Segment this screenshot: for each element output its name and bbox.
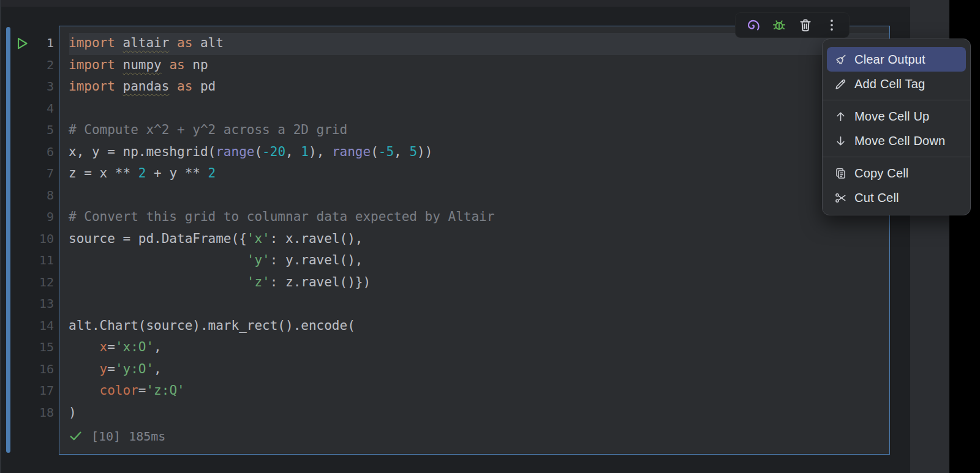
- code-line[interactable]: import numpy as np: [69, 54, 494, 76]
- code-token: # Convert this grid to columnar data exp…: [69, 209, 494, 224]
- cell-execution-status: [10] 185ms: [68, 428, 165, 444]
- line-number: 5: [0, 119, 54, 141]
- cell-toolbar: [735, 12, 850, 38]
- line-number: 6: [0, 141, 54, 163]
- code-token: 2: [138, 166, 146, 181]
- code-line[interactable]: 'y': y.ravel(),: [69, 250, 494, 272]
- code-token: (: [371, 144, 379, 159]
- code-token: 'z:Q': [146, 383, 184, 398]
- code-token: y: [100, 362, 108, 376]
- code-line[interactable]: ): [69, 402, 494, 424]
- code-token: as: [177, 79, 192, 94]
- bug-debug-icon[interactable]: [771, 17, 787, 33]
- line-number: 12: [0, 272, 54, 294]
- code-line[interactable]: z = x ** 2 + y ** 2: [69, 163, 494, 185]
- code-token: 1: [301, 144, 309, 159]
- pencil-icon: [833, 76, 848, 91]
- code-token: 'z': [247, 275, 270, 289]
- broom-icon: [833, 52, 848, 67]
- code-line[interactable]: color='z:Q': [69, 380, 494, 402]
- arrow-down-icon: [833, 133, 848, 148]
- code-token: alt: [192, 35, 224, 50]
- code-token: 2: [208, 166, 216, 181]
- code-line[interactable]: [69, 293, 494, 315]
- code-token: (: [254, 144, 262, 159]
- trash-icon[interactable]: [797, 17, 813, 33]
- code-token: [115, 35, 123, 50]
- code-token: [69, 362, 100, 376]
- code-token: pd: [192, 79, 216, 94]
- code-line[interactable]: x, y = np.meshgrid(range(-20, 1), range(…: [69, 141, 494, 163]
- code-line[interactable]: import altair as alt: [69, 32, 494, 54]
- execution-duration: 185ms: [129, 429, 165, 444]
- code-token: )): [417, 144, 432, 159]
- menu-item-move-cell-down[interactable]: Move Cell Down: [827, 128, 966, 153]
- scissors-icon: [833, 190, 848, 205]
- line-number: 13: [0, 293, 54, 315]
- code-token: pandas: [123, 79, 170, 94]
- code-token: altair: [123, 35, 170, 50]
- line-number: 17: [0, 380, 54, 402]
- success-check-icon: [68, 428, 83, 444]
- line-number: 9: [0, 206, 54, 228]
- code-line[interactable]: source = pd.DataFrame({'x': x.ravel(),: [69, 228, 494, 250]
- code-line[interactable]: [69, 98, 494, 120]
- code-token: ),: [309, 144, 332, 159]
- menu-item-copy-cell[interactable]: Copy Cell: [827, 161, 966, 185]
- menu-item-label: Add Cell Tag: [854, 77, 925, 91]
- code-token: =: [138, 383, 146, 398]
- code-token: # Compute x^2 + y^2 across a 2D grid: [69, 122, 347, 137]
- code-token: ,: [394, 144, 409, 159]
- gutter-line-numbers: 123456789101112131415161718: [0, 32, 54, 423]
- menu-item-label: Cut Cell: [854, 191, 899, 205]
- menu-item-cut-cell[interactable]: Cut Cell: [827, 185, 966, 210]
- arrow-up-icon: [833, 109, 848, 124]
- line-number: 3: [0, 76, 54, 98]
- code-line[interactable]: x='x:O',: [69, 337, 494, 359]
- code-token: [169, 79, 177, 94]
- code-area[interactable]: import altair as altimport numpy as npim…: [69, 32, 494, 423]
- code-token: 'y': [247, 253, 270, 267]
- line-number: 4: [0, 98, 54, 120]
- code-line[interactable]: # Compute x^2 + y^2 across a 2D grid: [69, 119, 494, 141]
- code-token: ,: [285, 144, 301, 159]
- code-token: [169, 35, 177, 50]
- code-token: source = pd.DataFrame({: [69, 231, 247, 246]
- code-line[interactable]: import pandas as pd: [69, 76, 494, 98]
- code-line[interactable]: alt.Chart(source).mark_rect().encode(: [69, 315, 494, 337]
- menu-item-label: Copy Cell: [854, 166, 909, 181]
- code-token: : z.ravel()}): [270, 275, 371, 289]
- kebab-menu-icon[interactable]: [824, 17, 840, 33]
- code-token: 'x': [247, 231, 270, 246]
- code-token: x: [100, 340, 108, 354]
- menu-item-clear-output[interactable]: Clear Output: [827, 47, 966, 72]
- code-token: [162, 58, 170, 72]
- code-line[interactable]: 'z': z.ravel()}): [69, 272, 494, 294]
- code-line[interactable]: # Convert this grid to columnar data exp…: [69, 206, 494, 228]
- code-token: [69, 383, 100, 398]
- menu-item-add-cell-tag[interactable]: Add Cell Tag: [827, 72, 966, 96]
- line-number: 1: [0, 32, 54, 54]
- menu-item-label: Clear Output: [854, 53, 925, 67]
- line-number: 18: [0, 402, 54, 424]
- code-token: as: [169, 58, 184, 72]
- menu-separator: [823, 100, 970, 100]
- code-token: ): [69, 405, 77, 420]
- code-token: ,: [154, 362, 162, 376]
- context-menu: Clear OutputAdd Cell TagMove Cell UpMove…: [822, 39, 971, 215]
- code-line[interactable]: y='y:O',: [69, 359, 494, 381]
- menu-item-move-cell-up[interactable]: Move Cell Up: [827, 104, 966, 128]
- code-line[interactable]: [69, 185, 494, 207]
- code-token: 'y:O': [115, 362, 154, 376]
- code-token: : x.ravel(),: [270, 231, 363, 246]
- code-token: [69, 275, 247, 289]
- code-token: import: [69, 58, 115, 72]
- code-token: =: [107, 362, 115, 376]
- line-number: 7: [0, 163, 54, 185]
- spiral-run-icon[interactable]: [745, 17, 761, 33]
- execution-count: [10]: [91, 429, 121, 444]
- code-token: [69, 340, 100, 354]
- code-token: as: [177, 35, 192, 50]
- code-token: 5: [409, 144, 417, 159]
- menu-item-label: Move Cell Down: [854, 134, 945, 148]
